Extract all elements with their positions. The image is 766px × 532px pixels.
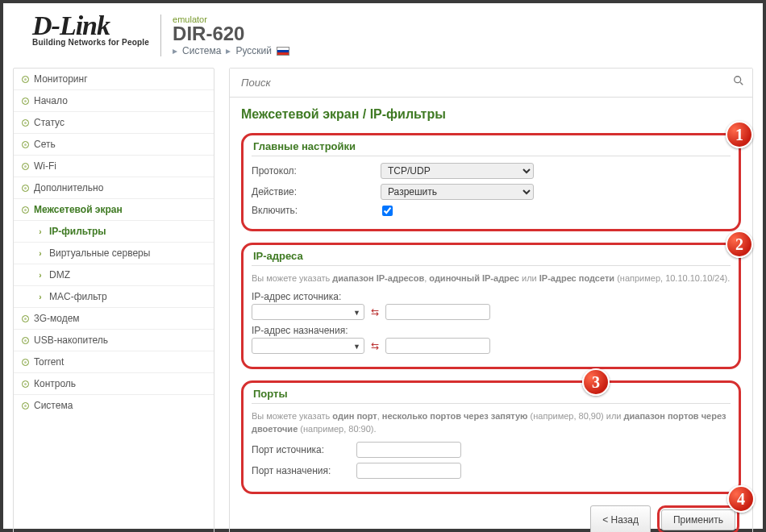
section-heading: Главные настройки: [252, 140, 731, 156]
sidebar-item-mac-filter[interactable]: MAC-фильтр: [14, 286, 214, 308]
section-ip-addresses: IP-адреса Вы можете указать диапазон IP-…: [241, 243, 741, 369]
sidebar-item-label: MAC-фильтр: [49, 291, 107, 302]
sidebar-item-label: Дополнительно: [34, 182, 103, 193]
crumb-language[interactable]: Русский: [235, 45, 272, 56]
bullet-icon: [22, 315, 29, 322]
header-separator: [160, 15, 161, 56]
header: D-Link Building Networks for People emul…: [13, 10, 753, 56]
port-dst-label: Порт назначения:: [252, 465, 356, 476]
sidebar-item-label: 3G-модем: [34, 313, 80, 324]
port-dst-input[interactable]: [356, 463, 461, 479]
apply-button[interactable]: Применить: [661, 509, 735, 530]
range-icon: ⇆: [371, 340, 379, 351]
callout-badge-1: 1: [726, 121, 753, 148]
enable-checkbox[interactable]: [382, 206, 393, 216]
ip-hint: Вы можете указать диапазон IP-адресов, о…: [252, 272, 731, 285]
ip-dst-label: IP-адрес назначения:: [252, 325, 348, 336]
protocol-label: Протокол:: [252, 165, 381, 177]
search-bar: [230, 69, 752, 98]
back-button[interactable]: < Назад: [590, 505, 651, 532]
range-icon: ⇆: [371, 306, 379, 318]
caret-down-icon: [353, 306, 360, 318]
sidebar-item-virtual-servers[interactable]: Виртуальные серверы: [14, 243, 214, 264]
sidebar-item-control[interactable]: Контроль: [14, 373, 214, 395]
search-input[interactable]: [230, 69, 752, 97]
sidebar-item-label: USB-накопитель: [34, 335, 108, 346]
chevron-right-icon: [36, 271, 44, 279]
main-panel: Межсетевой экран / IP-фильтры Главные на…: [229, 68, 753, 532]
sidebar-item-dmz[interactable]: DMZ: [14, 264, 214, 286]
sidebar-item-home[interactable]: Начало: [14, 90, 214, 112]
bullet-icon: [22, 141, 29, 148]
ports-hint: Вы можете указать один порт, несколько п…: [252, 410, 731, 435]
sidebar-item-wifi[interactable]: Wi-Fi: [14, 156, 214, 177]
sidebar-item-label: DMZ: [49, 269, 70, 281]
chevron-right-icon: ▸: [226, 45, 231, 56]
callout-badge-2: 2: [726, 231, 753, 258]
sidebar: Мониторинг Начало Статус Сеть Wi-Fi Допо…: [13, 68, 214, 532]
logo-block: D-Link Building Networks for People: [32, 15, 149, 47]
sidebar-item-monitoring[interactable]: Мониторинг: [14, 69, 214, 90]
sidebar-item-label: Torrent: [34, 356, 64, 368]
sidebar-item-label: Контроль: [34, 378, 76, 389]
bullet-icon: [22, 163, 29, 170]
model-block: emulator DIR-620 ▸ Система ▸ Русский: [173, 15, 289, 56]
bullet-icon: [22, 206, 29, 214]
bullet-icon: [22, 185, 29, 192]
sidebar-item-label: Мониторинг: [34, 73, 88, 85]
bullet-icon: [22, 98, 29, 105]
port-src-input[interactable]: [356, 442, 461, 458]
bullet-icon: [22, 337, 29, 344]
callout-badge-4: 4: [727, 485, 755, 513]
sidebar-item-status[interactable]: Статус: [14, 112, 214, 134]
sidebar-item-ip-filters[interactable]: IP-фильтры: [14, 221, 214, 243]
brand-logo: D-Link: [32, 15, 149, 36]
ip-src-to-input[interactable]: [385, 304, 490, 320]
sidebar-item-label: Wi-Fi: [34, 160, 56, 172]
bullet-icon: [22, 359, 29, 366]
caret-down-icon: [353, 340, 360, 351]
action-label: Действие:: [252, 186, 381, 197]
sidebar-item-label: Сеть: [34, 139, 56, 150]
brand-tagline: Building Networks for People: [32, 38, 149, 47]
ip-src-from-combo[interactable]: [252, 304, 364, 320]
chevron-right-icon: ▸: [173, 45, 177, 56]
ip-dst-to-input[interactable]: [385, 338, 490, 354]
bullet-icon: [22, 380, 29, 388]
section-ports: Порты Вы можете указать один порт, неско…: [241, 380, 741, 494]
breadcrumb: ▸ Система ▸ Русский: [173, 45, 289, 56]
section-main-settings: Главные настройки Протокол: TCP/UDP Дейс…: [241, 133, 741, 231]
crumb-system[interactable]: Система: [182, 45, 221, 56]
ip-dst-from-combo[interactable]: [252, 338, 364, 354]
sidebar-item-usb-storage[interactable]: USB-накопитель: [14, 330, 214, 351]
sidebar-item-label: Межсетевой экран: [34, 204, 123, 215]
sidebar-item-3g-modem[interactable]: 3G-модем: [14, 308, 214, 330]
search-icon[interactable]: [733, 75, 744, 89]
port-src-label: Порт источника:: [252, 444, 356, 455]
bullet-icon: [22, 119, 29, 127]
sidebar-item-firewall[interactable]: Межсетевой экран: [14, 199, 214, 221]
protocol-select[interactable]: TCP/UDP: [381, 163, 534, 179]
action-select[interactable]: Разрешить: [381, 184, 534, 200]
page-title: Межсетевой экран / IP-фильтры: [241, 107, 741, 122]
sidebar-item-network[interactable]: Сеть: [14, 134, 214, 156]
chevron-right-icon: [36, 227, 44, 235]
sidebar-item-label: IP-фильтры: [49, 226, 106, 237]
sidebar-item-label: Система: [34, 400, 73, 411]
section-heading: IP-адреса: [252, 250, 731, 266]
model-name: DIR-620: [173, 24, 289, 44]
apply-highlight-frame: Применить 4: [657, 505, 739, 532]
sidebar-item-advanced[interactable]: Дополнительно: [14, 177, 214, 199]
enable-label: Включить:: [252, 205, 381, 216]
sidebar-item-label: Виртуальные серверы: [49, 247, 150, 259]
button-bar: < Назад Применить 4: [241, 501, 741, 532]
svg-point-0: [735, 77, 741, 83]
flag-ru-icon: [277, 47, 289, 56]
chevron-right-icon: [36, 249, 44, 257]
bullet-icon: [22, 76, 29, 83]
bullet-icon: [22, 402, 29, 409]
chevron-right-icon: [36, 293, 44, 301]
svg-line-1: [740, 82, 743, 85]
sidebar-item-system[interactable]: Система: [14, 395, 214, 416]
sidebar-item-torrent[interactable]: Torrent: [14, 351, 214, 373]
